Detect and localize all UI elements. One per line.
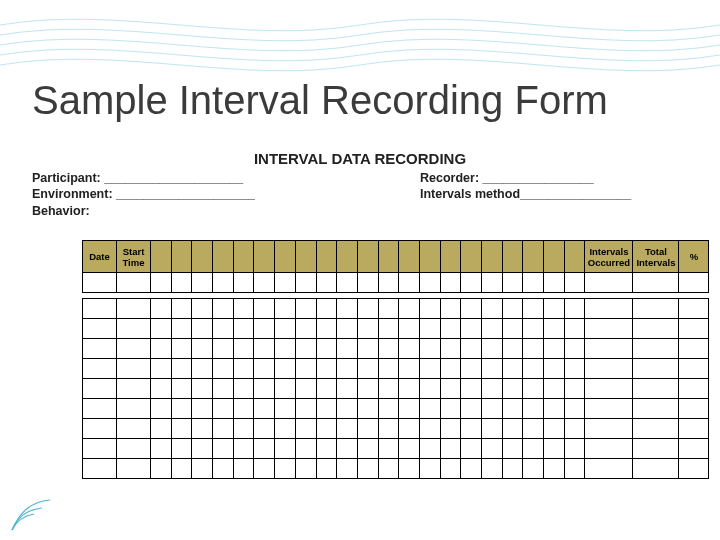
table-cell bbox=[679, 273, 709, 293]
table-cell bbox=[275, 359, 296, 379]
table-cell bbox=[585, 399, 633, 419]
table-cell bbox=[337, 273, 358, 293]
table-cell bbox=[316, 273, 337, 293]
table-cell bbox=[213, 459, 234, 479]
table-cell bbox=[419, 399, 440, 419]
table-cell bbox=[378, 439, 399, 459]
table-cell bbox=[316, 439, 337, 459]
table-cell bbox=[523, 399, 544, 419]
table-cell bbox=[171, 359, 192, 379]
fields-left: Participant: ____________________ Enviro… bbox=[32, 170, 255, 219]
table-cell bbox=[461, 379, 482, 399]
table-cell bbox=[233, 379, 254, 399]
table-cell bbox=[544, 319, 565, 339]
table-cell bbox=[171, 273, 192, 293]
table-cell bbox=[357, 319, 378, 339]
table-cell bbox=[440, 273, 461, 293]
col-intervals-occurred: Intervals Occurred bbox=[585, 241, 633, 273]
table-cell bbox=[544, 273, 565, 293]
table-cell bbox=[378, 273, 399, 293]
table-cell bbox=[399, 359, 420, 379]
table-cell bbox=[192, 439, 213, 459]
table-cell bbox=[83, 459, 117, 479]
table-cell bbox=[419, 273, 440, 293]
table-cell bbox=[83, 399, 117, 419]
col-interval bbox=[316, 241, 337, 273]
table-cell bbox=[378, 319, 399, 339]
table-cell bbox=[419, 339, 440, 359]
table-cell bbox=[419, 439, 440, 459]
table-cell bbox=[337, 439, 358, 459]
col-interval bbox=[192, 241, 213, 273]
table-cell bbox=[482, 299, 503, 319]
table-cell bbox=[461, 399, 482, 419]
table-cell bbox=[83, 273, 117, 293]
col-interval bbox=[544, 241, 565, 273]
table-cell bbox=[275, 399, 296, 419]
table-cell bbox=[295, 379, 316, 399]
table-cell bbox=[337, 339, 358, 359]
table-cell bbox=[275, 419, 296, 439]
table-cell bbox=[419, 419, 440, 439]
table-cell bbox=[419, 379, 440, 399]
table-cell bbox=[171, 459, 192, 479]
col-interval bbox=[151, 241, 172, 273]
table-cell bbox=[213, 359, 234, 379]
table-cell bbox=[523, 379, 544, 399]
table-cell bbox=[585, 273, 633, 293]
table-cell bbox=[83, 439, 117, 459]
table-cell bbox=[633, 459, 679, 479]
table-cell bbox=[171, 299, 192, 319]
table-cell bbox=[523, 319, 544, 339]
table-cell bbox=[419, 299, 440, 319]
table-cell bbox=[440, 299, 461, 319]
table-cell bbox=[502, 273, 523, 293]
table-cell bbox=[254, 359, 275, 379]
table-cell bbox=[357, 299, 378, 319]
col-interval bbox=[523, 241, 544, 273]
table-cell bbox=[117, 339, 151, 359]
table-cell bbox=[399, 419, 420, 439]
col-interval bbox=[502, 241, 523, 273]
table-cell bbox=[357, 359, 378, 379]
table-cell bbox=[679, 399, 709, 419]
table-cell bbox=[151, 339, 172, 359]
table-cell bbox=[151, 299, 172, 319]
col-interval bbox=[254, 241, 275, 273]
table-cell bbox=[337, 359, 358, 379]
table-cell bbox=[213, 319, 234, 339]
table-cell bbox=[440, 459, 461, 479]
table-cell bbox=[564, 359, 585, 379]
table-cell bbox=[83, 419, 117, 439]
col-interval bbox=[378, 241, 399, 273]
table-cell bbox=[399, 379, 420, 399]
table-cell bbox=[679, 379, 709, 399]
table-cell bbox=[254, 339, 275, 359]
table-cell bbox=[151, 379, 172, 399]
table-cell bbox=[440, 399, 461, 419]
table-cell bbox=[357, 419, 378, 439]
table-cell bbox=[254, 299, 275, 319]
table-cell bbox=[213, 273, 234, 293]
recorder-field: Recorder: ________________ bbox=[420, 170, 631, 186]
table-cell bbox=[482, 459, 503, 479]
table-cell bbox=[399, 273, 420, 293]
table-cell bbox=[633, 439, 679, 459]
table-cell bbox=[213, 419, 234, 439]
table-cell bbox=[337, 399, 358, 419]
table-cell bbox=[585, 299, 633, 319]
table-cell bbox=[461, 359, 482, 379]
table-cell bbox=[357, 459, 378, 479]
table-cell bbox=[679, 299, 709, 319]
table-cell bbox=[679, 459, 709, 479]
table-cell bbox=[192, 399, 213, 419]
table-cell bbox=[316, 359, 337, 379]
table-cell bbox=[213, 299, 234, 319]
table-cell bbox=[275, 379, 296, 399]
table-cell bbox=[502, 319, 523, 339]
table-cell bbox=[544, 399, 565, 419]
table-cell bbox=[482, 273, 503, 293]
table-cell bbox=[564, 273, 585, 293]
table-cell bbox=[316, 459, 337, 479]
table-cell bbox=[502, 299, 523, 319]
